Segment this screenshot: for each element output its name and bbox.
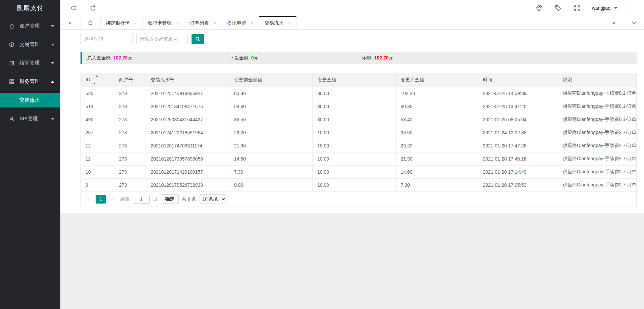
- sidebar-item-label: API管理: [19, 116, 38, 122]
- prev-page-icon[interactable]: ‹: [84, 195, 92, 204]
- sort-icon[interactable]: [93, 77, 98, 83]
- search-row: [80, 34, 637, 44]
- chevron-down-icon: [51, 25, 54, 27]
- header-merchant: 商户号: [114, 73, 146, 87]
- cell-id: 11: [81, 152, 114, 165]
- cell-amount: 10.00: [313, 126, 396, 139]
- header-serial: 交易流水号: [146, 73, 229, 87]
- cell-after: 7.30: [396, 178, 478, 191]
- cell-amount: 30.00: [313, 113, 396, 126]
- tabs-scroll-right-icon[interactable]: »: [604, 16, 624, 29]
- tab-bank-card-manage[interactable]: 银行卡管理 ×: [143, 16, 184, 29]
- cell-before: 36.50: [229, 113, 312, 126]
- cell-after: 14.60: [396, 165, 478, 178]
- cell-id: 9: [81, 178, 114, 191]
- table-row: 5132732021012513410847167558.4030.0080.3…: [81, 100, 636, 113]
- close-icon[interactable]: ×: [134, 21, 137, 26]
- tab-label: 订单列表: [190, 20, 209, 26]
- refresh-icon[interactable]: [89, 4, 97, 12]
- summary-unit: 元: [389, 55, 393, 60]
- tabs-dropdown-icon[interactable]: [624, 16, 644, 29]
- fullscreen-icon[interactable]: [573, 4, 581, 12]
- content-panel: 总入账金额: 102.20元 下发金额: 0元 余额: 102.20元: [60, 30, 644, 213]
- summary-paid-out: 下发金额: 0元: [230, 55, 362, 61]
- chevron-down-icon: [51, 44, 54, 46]
- summary-bar: 总入账金额: 102.20元 下发金额: 0元 余额: 102.20元: [80, 52, 637, 64]
- sidebar-item-api[interactable]: API管理: [0, 109, 60, 128]
- summary-label: 总入账金额:: [87, 55, 112, 60]
- cell-after: 80.30: [396, 100, 478, 113]
- cell-serial: 20210120173957898058: [146, 152, 229, 165]
- close-icon[interactable]: ×: [288, 21, 291, 26]
- total-count-label: 共 8 条: [182, 196, 196, 202]
- sidebar-nav: 账户管理 交易管理 结算管理 财务管理 交易流水: [0, 17, 60, 128]
- tab-label: 提现申请: [227, 20, 246, 26]
- cell-id: 520: [81, 87, 114, 100]
- page-number-button[interactable]: 1: [96, 195, 106, 204]
- finance-submenu: 交易流水: [0, 91, 60, 109]
- table-row: 4902732021012508043164442736.5030.0058.4…: [81, 113, 636, 126]
- ledger-icon: [9, 60, 15, 66]
- summary-total-in: 总入账金额: 102.20元: [87, 55, 230, 61]
- cell-merchant: 273: [114, 178, 146, 191]
- sidebar-item-finance[interactable]: 财务管理: [0, 72, 60, 91]
- cell-amount: 30.00: [313, 100, 396, 113]
- summary-balance: 余额: 102.20元: [362, 55, 393, 61]
- page-size-select[interactable]: 10 条/页: [200, 194, 226, 204]
- cell-note: 供应商Dianfengpay-手续费2.7-订单号...: [558, 152, 636, 165]
- table-row: 122732021012017470931117421.9010.0029.20…: [81, 139, 636, 152]
- cell-merchant: 273: [114, 100, 146, 113]
- cell-note: 供应商Dianfengpay-手续费2.7-订单号...: [558, 126, 636, 139]
- cell-note: 供应商Dianfengpay-手续费8.1-订单号...: [558, 113, 636, 126]
- next-page-icon[interactable]: ›: [109, 195, 117, 204]
- goto-page-input[interactable]: [133, 195, 150, 204]
- sidebar-subitem-transaction-flow[interactable]: 交易流水: [0, 93, 60, 107]
- search-button[interactable]: [192, 34, 204, 44]
- sidebar-item-account[interactable]: 账户管理: [0, 17, 60, 35]
- tab-transaction-flow[interactable]: 交易流水 ×: [259, 16, 297, 29]
- cell-merchant: 273: [114, 113, 146, 126]
- tab-withdraw-apply[interactable]: 提现申请 ×: [222, 16, 259, 29]
- goto-prefix-label: 到第: [120, 196, 129, 202]
- date-filter-input[interactable]: [80, 34, 133, 44]
- tab-bind-bank-card[interactable]: 绑定银行卡 ×: [101, 16, 143, 29]
- cell-id: 10: [81, 165, 114, 178]
- table-body: 5202732021012514591883692780.3030.00102.…: [81, 87, 636, 191]
- tabs-collapse-icon[interactable]: «: [60, 16, 80, 29]
- tag-icon[interactable]: [554, 4, 562, 12]
- cell-before: 80.30: [229, 87, 312, 100]
- summary-value: 102.20: [113, 55, 128, 60]
- sidebar-item-settlement[interactable]: 结算管理: [0, 54, 60, 72]
- pagination: ‹ 1 › 到第 页 确定 共 8 条 10 条/页: [81, 192, 636, 207]
- header-time: 时间: [478, 73, 558, 87]
- more-options-icon[interactable]: ⋮: [629, 5, 635, 11]
- theme-palette-icon[interactable]: [536, 4, 543, 12]
- table-row: 5202732021012514591883692780.3030.00102.…: [81, 87, 636, 100]
- header-before-amount: 变更前金额额: [229, 73, 312, 87]
- close-icon[interactable]: ×: [176, 21, 179, 26]
- serial-search-input[interactable]: [136, 34, 187, 44]
- home-tab[interactable]: [80, 16, 101, 29]
- tab-order-list[interactable]: 订单列表 ×: [184, 16, 222, 29]
- user-name: wangjiaqi: [592, 5, 611, 11]
- cell-time: 2021-01-20 17:47:26: [478, 139, 558, 152]
- sidebar-item-trade[interactable]: 交易管理: [0, 35, 60, 54]
- summary-label: 下发金额:: [230, 55, 250, 60]
- cell-merchant: 273: [114, 87, 146, 100]
- table-header-row: ID 商户号 交易流水号 变更前金额额 变更金额 变更后金额 时间 说明: [81, 73, 636, 87]
- user-menu[interactable]: wangjiaqi: [592, 5, 618, 11]
- menu-fold-icon[interactable]: [70, 4, 77, 12]
- toolbar-right-group: wangjiaqi ⋮: [524, 4, 635, 12]
- header-id: ID: [81, 73, 114, 87]
- summary-value: 0: [251, 55, 254, 60]
- confirm-button[interactable]: 确定: [161, 194, 179, 204]
- close-icon[interactable]: ×: [251, 21, 254, 26]
- tab-spacer: [297, 16, 604, 29]
- cell-after: 29.20: [396, 139, 478, 152]
- close-icon[interactable]: ×: [213, 21, 216, 26]
- cell-id: 12: [81, 139, 114, 152]
- sidebar-item-label: 交易管理: [19, 41, 40, 48]
- sidebar-item-label: 账户管理: [19, 23, 40, 29]
- cell-amount: 10.00: [313, 178, 396, 191]
- sidebar-item-label: 财务管理: [19, 78, 40, 85]
